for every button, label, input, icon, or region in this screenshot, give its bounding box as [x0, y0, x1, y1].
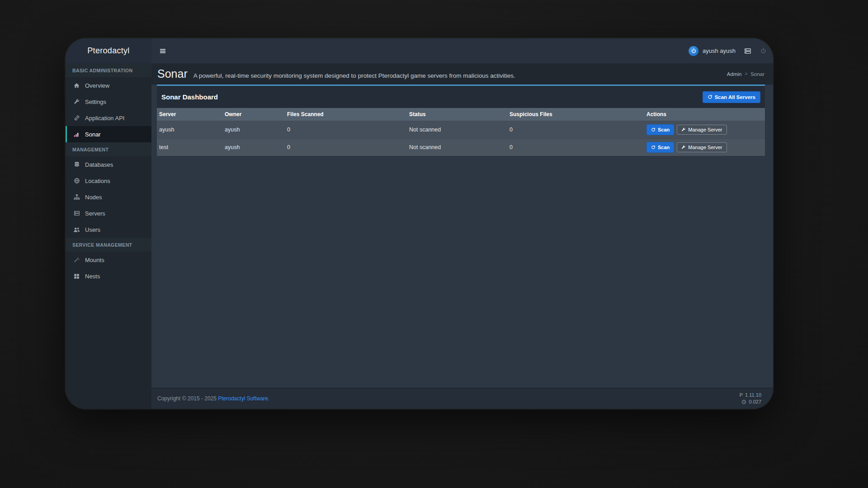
render-time: 0.027 [740, 399, 761, 405]
table-row: test ayush 0 Not scanned 0 Scan Manage S… [157, 138, 765, 156]
refresh-icon [708, 94, 712, 99]
users-icon [73, 226, 80, 233]
sidebar-item-label: Nodes [85, 194, 102, 201]
col-files-scanned: Files Scanned [285, 111, 407, 117]
home-icon [73, 82, 80, 89]
sidebar-item-settings[interactable]: Settings [66, 94, 151, 110]
sidebar-item-label: Mounts [85, 257, 104, 263]
sidebar-section-service-management: SERVICE MANAGEMENT [66, 238, 151, 252]
cell-files-scanned: 0 [285, 127, 407, 133]
content-header: Sonar A powerful, real-time security mon… [151, 63, 773, 84]
app-window: Pterodactyl ayush ayush [66, 38, 773, 409]
cell-status: Not scanned [407, 144, 507, 150]
cell-server: ayush [157, 127, 222, 133]
col-status: Status [407, 111, 507, 117]
content-empty-area [151, 156, 773, 388]
sidebar-item-databases[interactable]: Databases [66, 156, 151, 173]
refresh-icon [651, 145, 656, 150]
manage-server-button[interactable]: Manage Server [677, 125, 726, 135]
user-avatar [689, 46, 698, 56]
panel-header: Sonar Dashboard Scan All Servers [157, 86, 765, 108]
col-owner: Owner [222, 111, 285, 117]
sidebar-item-nests[interactable]: Nests [66, 268, 151, 284]
sidebar-section-management: MANAGEMENT [66, 142, 151, 156]
sidebar-item-application-api[interactable]: Application API [66, 110, 151, 126]
table-header-row: Server Owner Files Scanned Status Suspic… [157, 108, 765, 121]
cell-files-scanned: 0 [285, 144, 407, 150]
wrench-icon [681, 127, 686, 132]
sidebar-item-users[interactable]: Users [66, 221, 151, 238]
table-row: ayush ayush 0 Not scanned 0 Scan Manage … [157, 121, 765, 138]
cell-owner: ayush [222, 144, 285, 150]
sidebar-toggle-button[interactable] [151, 38, 174, 63]
clock-icon [741, 399, 746, 404]
sidebar-item-sonar[interactable]: Sonar [66, 126, 151, 142]
scan-button[interactable]: Scan [646, 124, 674, 135]
sidebar-item-locations[interactable]: Locations [66, 173, 151, 189]
top-navbar: Pterodactyl ayush ayush [66, 38, 773, 63]
page-subtitle: A powerful, real-time security monitorin… [193, 69, 515, 79]
sidebar-item-label: Overview [85, 82, 109, 89]
breadcrumb-separator: > [745, 71, 747, 76]
sidebar-item-servers[interactable]: Servers [66, 205, 151, 221]
panel-title: Sonar Dashboard [161, 93, 218, 101]
server-icon [73, 210, 80, 217]
sidebar-item-label: Settings [85, 99, 106, 105]
cell-actions: Scan Manage Server [644, 124, 765, 135]
sidebar-section-basic-administration: BASIC ADMINISTRATION [66, 63, 151, 77]
magic-wand-icon [73, 257, 80, 263]
col-server: Server [157, 111, 222, 117]
copyright-text: Copyright © 2015 - 2025 Pterodactyl Soft… [157, 395, 269, 402]
server-list-icon[interactable] [744, 47, 751, 55]
sidebar-item-nodes[interactable]: Nodes [66, 189, 151, 205]
sidebar-item-label: Application API [85, 115, 124, 122]
scan-all-servers-button[interactable]: Scan All Servers [703, 91, 760, 103]
hamburger-icon [159, 47, 166, 55]
pterodactyl-glyph: P [740, 392, 743, 399]
user-name: ayush ayush [703, 47, 736, 54]
sidebar-item-overview[interactable]: Overview [66, 77, 151, 94]
manage-server-button[interactable]: Manage Server [677, 142, 726, 152]
cell-actions: Scan Manage Server [644, 142, 765, 153]
col-actions: Actions [644, 111, 765, 117]
link-icon [73, 115, 80, 122]
refresh-icon [651, 127, 656, 132]
cell-owner: ayush [222, 127, 285, 133]
col-suspicious-files: Suspicious Files [507, 111, 644, 117]
sonar-dashboard-panel: Sonar Dashboard Scan All Servers Server … [157, 84, 765, 156]
wrench-icon [73, 99, 80, 105]
breadcrumb-current: Sonar [750, 71, 764, 77]
database-icon [73, 161, 80, 168]
main-content: Sonar A powerful, real-time security mon… [151, 63, 773, 409]
sidebar-item-mounts[interactable]: Mounts [66, 252, 151, 268]
navbar-right: ayush ayush [689, 38, 773, 63]
pterodactyl-software-link[interactable]: Pterodactyl Software. [218, 395, 269, 402]
wrench-icon [681, 145, 686, 150]
panel-version: P 1.11.10 [740, 392, 761, 399]
sign-out-icon[interactable] [760, 47, 767, 54]
sidebar-item-label: Users [85, 226, 100, 233]
user-menu[interactable]: ayush ayush [689, 46, 736, 56]
breadcrumb: Admin > Sonar [727, 71, 764, 77]
cell-suspicious-files: 0 [507, 144, 644, 150]
grid-icon [73, 273, 80, 280]
version-block: P 1.11.10 0.027 [740, 392, 761, 405]
cell-server: test [157, 144, 222, 150]
sitemap-icon [73, 194, 80, 201]
cell-suspicious-files: 0 [507, 127, 644, 133]
sidebar-item-label: Locations [85, 178, 110, 184]
sidebar-item-label: Sonar [85, 131, 101, 138]
logo[interactable]: Pterodactyl [66, 38, 151, 63]
logo-text: Pterodactyl [87, 46, 129, 56]
sidebar-item-label: Nests [85, 273, 100, 280]
chart-bars-icon [73, 131, 80, 138]
power-icon [691, 48, 697, 54]
globe-icon [73, 178, 80, 184]
scan-button[interactable]: Scan [646, 142, 674, 153]
footer: Copyright © 2015 - 2025 Pterodactyl Soft… [151, 388, 773, 409]
sidebar-item-label: Databases [85, 161, 113, 168]
breadcrumb-admin-link[interactable]: Admin [727, 71, 742, 77]
cell-status: Not scanned [407, 127, 507, 133]
sidebar: BASIC ADMINISTRATION Overview Settings A… [66, 63, 151, 409]
sidebar-item-label: Servers [85, 210, 105, 217]
